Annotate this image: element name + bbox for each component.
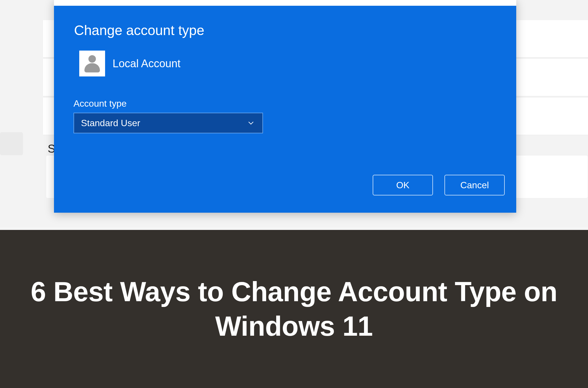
article-title-band: 6 Best Ways to Change Account Type on Wi… bbox=[0, 230, 588, 388]
change-account-type-dialog: Change account type Local Account Accoun… bbox=[54, 0, 516, 213]
avatar bbox=[79, 51, 105, 76]
article-headline: 6 Best Ways to Change Account Type on Wi… bbox=[17, 274, 571, 343]
dialog-heading: Change account type bbox=[74, 22, 204, 38]
dialog-button-row: OK Cancel bbox=[373, 175, 505, 195]
dialog-titlebar[interactable] bbox=[54, 0, 516, 6]
ok-button-label: OK bbox=[396, 180, 409, 191]
cancel-button[interactable]: Cancel bbox=[444, 175, 505, 195]
ok-button[interactable]: OK bbox=[373, 175, 433, 195]
background-sidebar-block bbox=[0, 132, 23, 155]
chevron-down-icon bbox=[247, 120, 254, 126]
account-type-select[interactable]: Standard User bbox=[74, 113, 263, 133]
cancel-button-label: Cancel bbox=[460, 180, 489, 191]
account-type-select-value: Standard User bbox=[81, 118, 140, 128]
upper-background: S Change account type Local Account Acco… bbox=[0, 0, 588, 227]
account-type-label: Account type bbox=[74, 98, 127, 109]
account-row: Local Account bbox=[79, 51, 181, 76]
user-icon bbox=[82, 53, 102, 74]
account-name-label: Local Account bbox=[113, 57, 181, 70]
